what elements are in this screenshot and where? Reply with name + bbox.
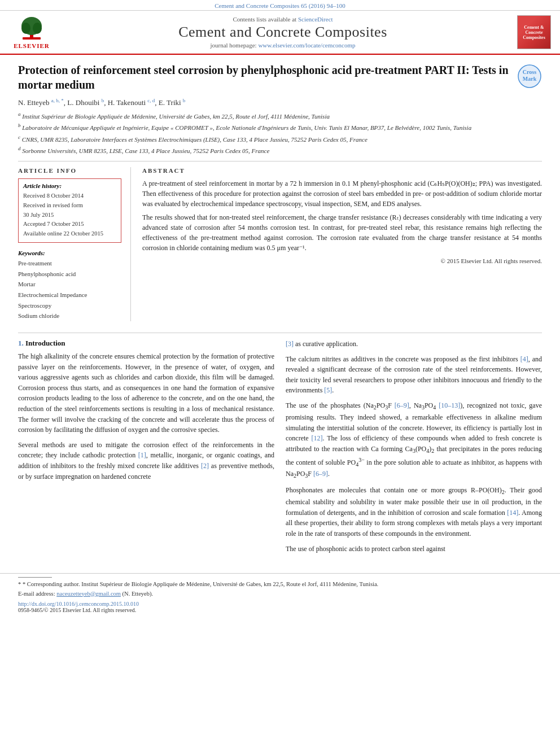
affiliations-block: a Institut Supérieur de Biologie Appliqu…	[18, 111, 542, 155]
affil-b: b Laboratoire de Mécanique Appliquée et …	[18, 122, 542, 132]
crossmark-badge-icon: Cross Mark	[517, 64, 542, 89]
cite-12[interactable]: [12]	[312, 434, 323, 442]
intro-para-4: The calcium nitrites as additives in the…	[286, 354, 542, 396]
abstract-para-2: The results showed that for non-treated …	[142, 212, 542, 253]
body-col-right: [3] as curative application. The calcium…	[286, 339, 542, 558]
intro-para-6: Phosphonates are molecules that contain …	[286, 485, 542, 539]
body-two-col: 1. Introduction The high alkalinity of t…	[18, 339, 542, 558]
keyword-0: Pre-treatment	[18, 258, 121, 269]
revised-label: Received in revised form	[23, 201, 116, 211]
section-num: 1.	[18, 339, 24, 347]
cite-5[interactable]: [5]	[324, 386, 332, 394]
cite-10-13[interactable]: [10–13]	[439, 401, 460, 409]
footnote-email: E-mail address: naceuzetteyeb@gmail.com …	[18, 589, 542, 599]
journal-logo-box: Cement & Concrete Composites	[511, 15, 551, 49]
homepage-link[interactable]: www.elsevier.com/locate/cemconcomp	[258, 42, 355, 49]
cite-4[interactable]: [4]	[520, 355, 528, 363]
abstract-para-1: A pre-treatment of steel reinforcement i…	[142, 178, 542, 209]
svg-text:Cross: Cross	[523, 69, 536, 75]
authors-line: N. Etteyeb a, b, *, L. Dhouibi b, H. Tak…	[18, 98, 542, 107]
elsevier-tree-icon	[15, 16, 49, 41]
issn-text: 0958-9465/© 2015 Elsevier Ltd. All right…	[18, 607, 542, 613]
cite-14[interactable]: [14]	[507, 509, 518, 517]
affil-c: c CNRS, UMR 8235, Laboratoire Interfaces…	[18, 134, 542, 144]
svg-point-3	[33, 23, 42, 34]
keywords-block: Keywords: Pre-treatment Phenylphosphonic…	[18, 250, 121, 321]
cite-2[interactable]: [2]	[201, 462, 209, 470]
history-label: Article history:	[23, 182, 116, 189]
svg-rect-4	[23, 37, 41, 40]
doi-link[interactable]: http://dx.doi.org/10.1016/j.cemconcomp.2…	[18, 601, 139, 607]
body-col-left: 1. Introduction The high alkalinity of t…	[18, 339, 274, 558]
revised-date: 30 July 2015	[23, 211, 116, 220]
keywords-label: Keywords:	[18, 250, 121, 256]
info-abstract-section: ARTICLE INFO Article history: Received 8…	[18, 167, 542, 321]
journal-logo-icon: Cement & Concrete Composites	[517, 15, 551, 49]
article-title-text: Protection of reinforcement steel corros…	[18, 63, 517, 92]
abstract-heading: ABSTRACT	[142, 167, 542, 174]
keyword-4: Sodium chloride	[18, 311, 121, 321]
intro-para-1: The high alkalinity of the concrete ensu…	[18, 351, 274, 435]
available-date: Available online 22 October 2015	[23, 229, 116, 239]
sciencedirect-link[interactable]: ScienceDirect	[298, 16, 333, 23]
svg-point-2	[21, 23, 30, 34]
journal-title: Cement and Concrete Composites	[54, 24, 511, 41]
cite-3[interactable]: [3]	[286, 340, 294, 348]
intro-para-3: [3] as curative application.	[286, 339, 542, 350]
keyword-1: Phenylphosphonic acid	[18, 269, 121, 279]
article-history-block: Article history: Received 8 October 2014…	[18, 178, 121, 243]
svg-text:Mark: Mark	[523, 76, 537, 82]
citation-text: Cement and Concrete Composites 65 (2016)…	[215, 2, 345, 9]
homepage-line: journal homepage: www.elsevier.com/locat…	[54, 42, 511, 49]
footnote-separator	[18, 577, 52, 578]
section-title-text: Introduction	[25, 339, 65, 347]
copyright-line: © 2015 Elsevier Ltd. All rights reserved…	[142, 256, 542, 266]
keyword-3: Electrochemical Impedance Spectroscopy	[18, 290, 121, 311]
intro-section-title: 1. Introduction	[18, 339, 274, 348]
intro-para-2: Several methods are used to mitigate the…	[18, 440, 274, 482]
affil-d: d Sorbonne Universités, UMR 8235, LISE, …	[18, 145, 542, 155]
intro-para-5: The use of the phosphates (Na2PO3F [6–9]…	[286, 400, 542, 480]
elsevier-logo: ELSEVIER	[9, 16, 54, 49]
journal-header-center: Contents lists available at ScienceDirec…	[54, 16, 511, 49]
sciencedirect-line: Contents lists available at ScienceDirec…	[54, 16, 511, 23]
footnote-star: * * Corresponding author. Institut Supér…	[18, 580, 542, 589]
footnote-email-link[interactable]: naceuzetteyeb@gmail.com	[56, 591, 121, 597]
article-content: Protection of reinforcement steel corros…	[0, 55, 560, 333]
bottom-links: http://dx.doi.org/10.1016/j.cemconcomp.2…	[18, 601, 542, 607]
footnote-area: * * Corresponding author. Institut Supér…	[0, 573, 560, 599]
article-info-col: ARTICLE INFO Article history: Received 8…	[18, 167, 131, 321]
body-content: 1. Introduction The high alkalinity of t…	[0, 333, 560, 570]
divider-1	[18, 161, 542, 161]
intro-para-7: The use of phosphonic acids to protect c…	[286, 544, 542, 554]
bottom-bar: http://dx.doi.org/10.1016/j.cemconcomp.2…	[0, 599, 560, 615]
accepted-date: Accepted 7 October 2015	[23, 220, 116, 229]
journal-header: ELSEVIER Contents lists available at Sci…	[0, 11, 560, 55]
affil-a: a Institut Supérieur de Biologie Appliqu…	[18, 111, 542, 121]
abstract-col: ABSTRACT A pre-treatment of steel reinfo…	[142, 167, 542, 321]
received-date: Received 8 October 2014	[23, 191, 116, 201]
cite-1[interactable]: [1]	[138, 451, 146, 459]
abstract-text-block: A pre-treatment of steel reinforcement i…	[142, 178, 542, 266]
article-title-block: Protection of reinforcement steel corros…	[18, 63, 542, 92]
cite-6-9[interactable]: [6–9]	[395, 401, 409, 409]
elsevier-wordmark: ELSEVIER	[14, 42, 50, 49]
keyword-2: Mortar	[18, 279, 121, 290]
top-citation-bar: Cement and Concrete Composites 65 (2016)…	[0, 0, 560, 11]
cite-6-9b[interactable]: [6–9]	[313, 470, 328, 478]
article-info-heading: ARTICLE INFO	[18, 167, 121, 174]
